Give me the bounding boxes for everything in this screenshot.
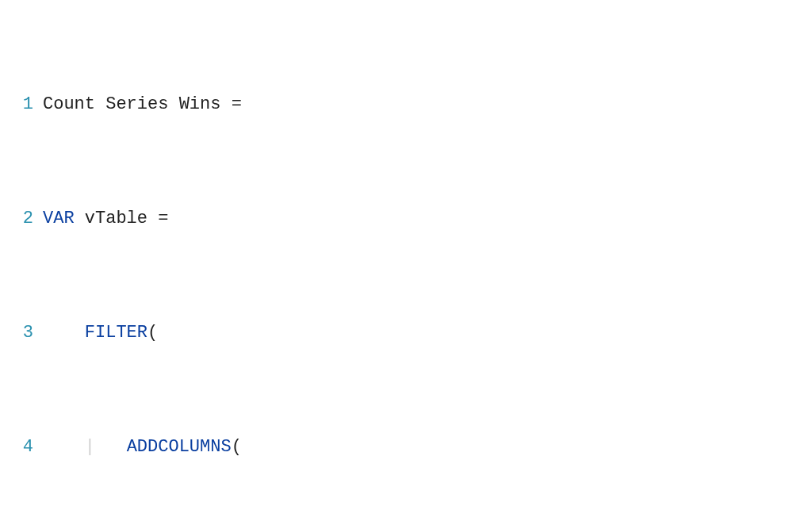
line-number: 2: [0, 205, 43, 233]
token[interactable]: (: [232, 437, 242, 457]
line-number: 4: [0, 433, 43, 462]
code-content[interactable]: FILTER(: [43, 319, 812, 347]
dax-editor[interactable]: 1 Count Series Wins = 2 VAR vTable = 3 F…: [0, 0, 812, 529]
code-line[interactable]: 1 Count Series Wins =: [0, 90, 812, 119]
code-line[interactable]: 3 FILTER(: [0, 319, 812, 347]
code-line[interactable]: 4 | ADDCOLUMNS(: [0, 433, 812, 462]
code-line[interactable]: 2 VAR vTable =: [0, 205, 812, 233]
indent: [43, 437, 85, 457]
token[interactable]: vTable =: [75, 209, 169, 228]
line-number: 3: [0, 319, 43, 347]
code-content[interactable]: Count Series Wins =: [43, 90, 812, 119]
indent: [43, 323, 85, 343]
keyword[interactable]: VAR: [43, 209, 75, 228]
function[interactable]: ADDCOLUMNS: [127, 437, 232, 457]
indent-guide: |: [85, 437, 127, 457]
code-content[interactable]: | ADDCOLUMNS(: [43, 433, 812, 462]
line-number: 1: [0, 90, 43, 119]
code-content[interactable]: VAR vTable =: [43, 205, 812, 233]
function[interactable]: FILTER: [85, 323, 147, 343]
token[interactable]: Count Series Wins =: [43, 94, 242, 114]
token[interactable]: (: [147, 323, 158, 343]
